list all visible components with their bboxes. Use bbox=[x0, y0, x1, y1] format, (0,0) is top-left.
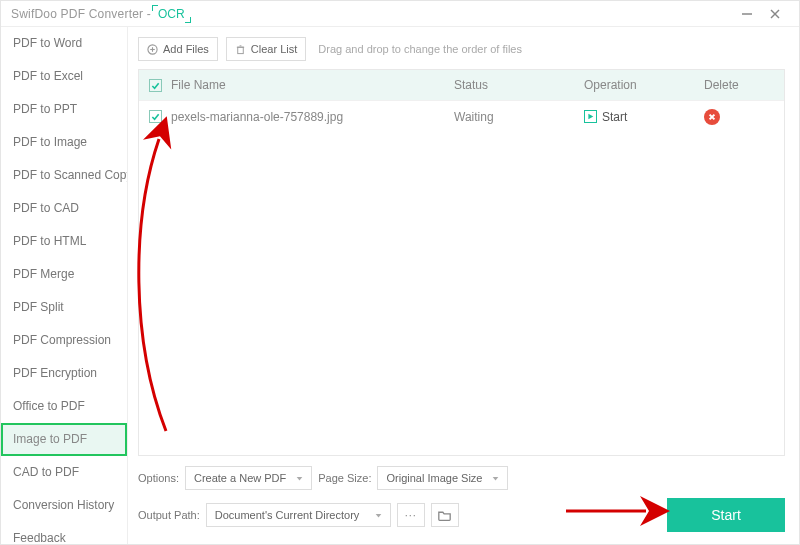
more-path-button[interactable]: ··· bbox=[397, 503, 425, 527]
options-select[interactable]: Create a New PDF bbox=[185, 466, 312, 490]
svg-marker-14 bbox=[375, 514, 381, 518]
svg-marker-13 bbox=[493, 477, 499, 481]
header-delete: Delete bbox=[704, 78, 784, 92]
svg-rect-6 bbox=[238, 47, 244, 53]
clear-list-label: Clear List bbox=[251, 43, 297, 55]
pagesize-select-value: Original Image Size bbox=[386, 472, 482, 484]
sidebar-item-pdf-to-image[interactable]: PDF to Image bbox=[1, 126, 127, 159]
sidebar-item-image-to-pdf[interactable]: Image to PDF bbox=[1, 423, 127, 456]
row-checkbox[interactable] bbox=[149, 110, 162, 123]
start-button[interactable]: Start bbox=[667, 498, 785, 532]
pagesize-label: Page Size: bbox=[318, 472, 371, 484]
folder-icon bbox=[438, 509, 451, 522]
row-start-button[interactable]: Start bbox=[584, 110, 627, 124]
caret-down-icon bbox=[375, 509, 382, 521]
close-icon bbox=[770, 9, 780, 19]
file-table: File Name Status Operation Delete pexels… bbox=[138, 69, 785, 456]
table-row: pexels-marianna-ole-757889.jpgWaitingSta… bbox=[139, 100, 784, 132]
ocr-badge[interactable]: OCR bbox=[153, 6, 190, 22]
close-button[interactable] bbox=[761, 1, 789, 27]
sidebar: PDF to WordPDF to ExcelPDF to PPTPDF to … bbox=[1, 27, 128, 545]
check-icon bbox=[151, 81, 160, 90]
add-files-label: Add Files bbox=[163, 43, 209, 55]
output-path-select[interactable]: Document's Current Directory bbox=[206, 503, 391, 527]
svg-marker-12 bbox=[297, 477, 303, 481]
header-status: Status bbox=[454, 78, 584, 92]
sidebar-item-office-to-pdf[interactable]: Office to PDF bbox=[1, 390, 127, 423]
play-icon bbox=[584, 110, 597, 123]
x-icon bbox=[708, 113, 716, 121]
output-path-value: Document's Current Directory bbox=[215, 509, 360, 521]
svg-marker-9 bbox=[588, 114, 593, 120]
select-all-checkbox[interactable] bbox=[149, 79, 162, 92]
toolbar-hint: Drag and drop to change the order of fil… bbox=[318, 43, 522, 55]
row-start-label: Start bbox=[602, 110, 627, 124]
app-title: SwifDoo PDF Converter - bbox=[11, 7, 151, 21]
sidebar-item-cad-to-pdf[interactable]: CAD to PDF bbox=[1, 456, 127, 489]
add-files-button[interactable]: Add Files bbox=[138, 37, 218, 61]
options-label: Options: bbox=[138, 472, 179, 484]
sidebar-item-pdf-encryption[interactable]: PDF Encryption bbox=[1, 357, 127, 390]
caret-down-icon bbox=[492, 472, 499, 484]
sidebar-item-pdf-to-cad[interactable]: PDF to CAD bbox=[1, 192, 127, 225]
row-delete-button[interactable] bbox=[704, 109, 720, 125]
row-status: Waiting bbox=[454, 110, 584, 124]
sidebar-item-pdf-to-ppt[interactable]: PDF to PPT bbox=[1, 93, 127, 126]
header-filename: File Name bbox=[171, 78, 454, 92]
minimize-button[interactable] bbox=[733, 1, 761, 27]
sidebar-item-pdf-to-excel[interactable]: PDF to Excel bbox=[1, 60, 127, 93]
check-icon bbox=[151, 112, 160, 121]
output-path-label: Output Path: bbox=[138, 509, 200, 521]
options-row: Options: Create a New PDF Page Size: Ori… bbox=[138, 466, 785, 490]
sidebar-item-pdf-to-html[interactable]: PDF to HTML bbox=[1, 225, 127, 258]
browse-folder-button[interactable] bbox=[431, 503, 459, 527]
plus-circle-icon bbox=[147, 44, 158, 55]
minimize-icon bbox=[742, 9, 752, 19]
main-panel: Add Files Clear List Drag and drop to ch… bbox=[128, 27, 799, 545]
pagesize-select[interactable]: Original Image Size bbox=[377, 466, 508, 490]
start-button-label: Start bbox=[711, 507, 741, 523]
clear-list-button[interactable]: Clear List bbox=[226, 37, 306, 61]
sidebar-item-pdf-to-word[interactable]: PDF to Word bbox=[1, 27, 127, 60]
output-row: Output Path: Document's Current Director… bbox=[138, 498, 785, 532]
sidebar-item-pdf-compression[interactable]: PDF Compression bbox=[1, 324, 127, 357]
titlebar: SwifDoo PDF Converter - OCR bbox=[1, 1, 799, 27]
sidebar-item-pdf-merge[interactable]: PDF Merge bbox=[1, 258, 127, 291]
trash-icon bbox=[235, 44, 246, 55]
table-header: File Name Status Operation Delete bbox=[139, 70, 784, 100]
row-filename: pexels-marianna-ole-757889.jpg bbox=[171, 110, 454, 124]
header-operation: Operation bbox=[584, 78, 704, 92]
sidebar-item-conversion-history[interactable]: Conversion History bbox=[1, 489, 127, 522]
options-select-value: Create a New PDF bbox=[194, 472, 286, 484]
header-checkbox-cell bbox=[139, 79, 171, 92]
ellipsis-icon: ··· bbox=[405, 509, 417, 521]
sidebar-item-feedback[interactable]: Feedback bbox=[1, 522, 127, 545]
caret-down-icon bbox=[296, 472, 303, 484]
toolbar: Add Files Clear List Drag and drop to ch… bbox=[138, 37, 785, 61]
sidebar-item-pdf-split[interactable]: PDF Split bbox=[1, 291, 127, 324]
sidebar-item-pdf-to-scanned-copy[interactable]: PDF to Scanned Copy bbox=[1, 159, 127, 192]
